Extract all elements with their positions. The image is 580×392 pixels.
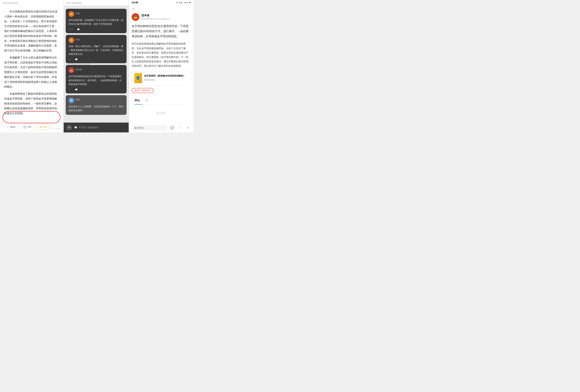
like-count: 1626 (10, 126, 15, 128)
comment-input-area[interactable]: 💬 写下这一刻的想法... (74, 126, 126, 129)
comment-card-2: 征 征途 表述一些让大家听进去，理解了，记住的东西很难，看一看是否能够让受众心头… (66, 35, 127, 63)
comment-input-placeholder: 写下这一刻的想法... (79, 126, 100, 129)
author-avatar: 🤠 (132, 13, 139, 21)
comments-list: 征 征途 这句话很关键，给我指明了不光只是学习沟通方面，还有在生活处理琐事方面，… (64, 7, 129, 118)
battery-full-icon: ■ (189, 1, 190, 4)
book-reader-panel: 第1篇 表达的逻辑 对文章阐述的思想作出疑问/回答式反应是人类的一种自然反应，没… (0, 0, 64, 132)
comment-2-reply[interactable]: 💬 (75, 58, 78, 61)
comment-card-1: 征 征途 这句话很关键，给我指明了不光只是学习沟通方面，还有在生活处理琐事方面，… (66, 9, 127, 33)
article-detail-panel: 10:48 ● ▲▲ ▲▲ ■ ＜ 🤠 思考者 我的博客:https://syk… (129, 0, 193, 132)
comment-4-header: 龚 龚毅 (69, 98, 124, 103)
author-url: 我的博客:https://sykent.github.io/ (142, 17, 170, 20)
paragraph-3: 本篇将帮助你了解如何将要表达的思想组织成金字塔结构，说明了使用金字塔原理能够检查… (4, 91, 59, 116)
comment-card-4: 龚 龚毅 其实基本上人人都需要，尤其是职场的每一个人。基本的职业化素养。 (66, 95, 127, 115)
article-footer: 💬 ♡ ↗ (129, 123, 193, 132)
signal-icon: ▲▲ (184, 1, 188, 4)
comment-1-header: 征 征途 (69, 11, 124, 17)
author-info: 思考者 我的博客:https://sykent.github.io/ (142, 14, 170, 20)
comments-panel: 第1篇 表达的逻辑 对文章阐述的思想作出疑问/回答式反应是人类的一种自然反应，没… (64, 0, 129, 132)
comment-1-text: 这句话很关键，给我指明了不光只是学习沟通方面，还有在生活处理琐事方面，提供了思考… (69, 18, 124, 26)
comment-1-avatar: 征 (69, 11, 74, 17)
article-main-text: 金字塔结构组织思想:由主要思想开始→下层思想通过疑问/回答的方式，进行展开。→如… (132, 24, 190, 39)
comment-1-like[interactable]: ♡ 1 (69, 28, 73, 31)
tab-likes[interactable]: 赞 (145, 97, 151, 104)
book-card[interactable]: 📘 金字塔原理（麦肯锡40年经典培训教材） 芭芭拉·明托 (132, 71, 190, 85)
book-title: 金字塔原理（麦肯锡40年经典培训教材） (144, 74, 185, 78)
comment-4-text: 其实基本上人人都需要，尤其是职场的每一个人。基本的职业化素养。 (69, 105, 124, 112)
reply-icon: 💬 (75, 88, 78, 91)
comment-2-avatar: 征 (69, 37, 74, 43)
article-body: 金字塔结构组织思想:由主要思想开始→下层思想通过疑问/回答的方式，进行展开。→如… (129, 24, 193, 123)
comment-button[interactable]: 💬 767 (20, 124, 34, 130)
comment-count: 767 (27, 126, 31, 128)
paragraph-2: 本篇解释了为什么受众最容易理解和记住金字塔结构，以及组成金字塔的子结构之间如何互… (4, 55, 59, 89)
panel1-header: 第1篇 表达的逻辑 (0, 0, 63, 6)
like-button[interactable]: ♡ 1626 (3, 124, 18, 130)
comment-input[interactable] (132, 125, 167, 131)
comment-2-author: 征途 (76, 38, 80, 41)
share-button[interactable]: ✿ 813 (37, 124, 50, 130)
like-count-1: 1 (72, 28, 73, 31)
footer-like-icon[interactable]: ♡ (177, 125, 183, 131)
heart-icon: ♡ (69, 88, 71, 91)
comment-card-3: 🤠 思考者 金字塔结构组织思想:由主要思想开始→下层思想通过疑问/回答的方式，进… (66, 65, 127, 93)
book-content: 对文章阐述的思想作出疑问/回答式反应是人类的一种自然反应，没有国籍和民族的区别。… (0, 6, 63, 121)
wifi-icon: ▲▲ (179, 1, 183, 4)
back-button[interactable]: ＜ (129, 5, 193, 13)
book-author: 芭芭拉·明托 (144, 78, 185, 82)
heart-icon: ♡ (6, 126, 9, 128)
comment-3-text: 金字塔结构组织思想:由主要思想开始→下层思想通过疑问/回答的方式，进行展开。→如… (69, 75, 124, 86)
tab-comments[interactable]: 评论 (135, 97, 143, 104)
heart-icon: ♡ (69, 28, 71, 31)
comment-input-icon: 💬 (74, 126, 77, 129)
battery-icon: ● (176, 1, 178, 4)
comment-2-header: 征 征途 (69, 37, 124, 43)
comment-3-avatar: 🤠 (69, 67, 74, 73)
comment-3-author: 思考者 (76, 68, 82, 71)
reply-icon: 💬 (75, 58, 78, 61)
publish-date-row: 发表于 2018/3/31 (132, 88, 190, 93)
tabs-row: 评论 赞 (132, 97, 190, 105)
book-footer: ♡ 1626 💬 767 ✿ 813 (0, 121, 63, 132)
comment-2-text: 表述一些让大家听进去，理解了，记住的东西很难，看一看是否能够让受众心头一震，引起… (69, 44, 124, 56)
status-icons: ● ▲▲ ▲▲ ■ (176, 1, 190, 4)
status-bar: 10:48 ● ▲▲ ▲▲ ■ (129, 0, 193, 5)
publish-date: 发表于 2018/3/31 (132, 88, 154, 93)
share-count: 813 (43, 126, 47, 128)
comment-4-avatar: 龚 (69, 98, 74, 103)
comment-1-author: 征途 (76, 12, 80, 15)
footer-comment-icon[interactable]: 💬 (169, 125, 175, 131)
heart-icon: ♡ (69, 58, 71, 61)
close-comments-button[interactable]: ✕ (66, 125, 72, 130)
comment-1-reply[interactable]: 💬 (77, 28, 80, 31)
author-row: 🤠 思考者 我的博客:https://sykent.github.io/ (129, 13, 193, 24)
no-comment: 暂无评论 (132, 107, 190, 119)
book-cover: 📘 (134, 73, 142, 83)
status-time: 10:48 (132, 1, 138, 4)
share-icon: ✿ (40, 126, 42, 128)
author-name: 思考者 (142, 14, 170, 17)
comment-input-bar: ✕ 💬 写下这一刻的想法... (64, 123, 129, 132)
comment-3-header: 🤠 思考者 (69, 67, 124, 73)
comment-2-actions: ♡ 💬 (69, 58, 124, 61)
page-indicator: 17 / 414 (52, 127, 60, 130)
comment-3-actions: ♡ 💬 (69, 88, 124, 91)
comment-1-actions: ♡ 1 💬 (69, 28, 124, 31)
comment-2-like[interactable]: ♡ (69, 58, 71, 61)
reply-icon: 💬 (77, 28, 80, 31)
comment-3-like[interactable]: ♡ (69, 88, 71, 91)
book-info: 金字塔原理（麦肯锡40年经典培训教材） 芭芭拉·明托 (144, 74, 185, 82)
comment-4-author: 龚毅 (76, 98, 80, 101)
article-sub-text: 你可以很容易地使受众理解用金字塔结构组织的思想：先从金字塔的最顶端开始，沿各个分… (132, 42, 190, 68)
comment-3-reply[interactable]: 💬 (75, 88, 78, 91)
footer-share-icon[interactable]: ↗ (185, 125, 190, 131)
paragraph-1: 对文章阐述的思想作出疑问/回答式反应是人类的一种自然反应，没有国籍和民族的区别。… (4, 9, 59, 53)
comment-icon: 💬 (23, 126, 26, 128)
